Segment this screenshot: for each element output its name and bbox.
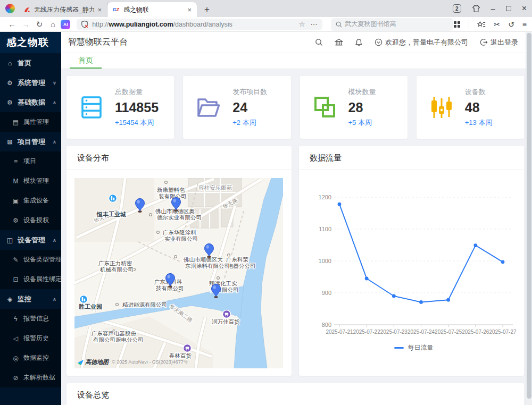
sidebar-item-14[interactable]: ϟ报警信息 <box>0 309 61 328</box>
minimize-button[interactable]: – <box>491 5 495 12</box>
sidebar-item-17[interactable]: ⊘未解析数据 <box>0 368 61 387</box>
browser-logo-icon[interactable] <box>5 4 15 13</box>
tag-icon: ◈ <box>6 296 14 303</box>
browser-tab-1[interactable]: 无线压力传感器_静力水准仪 × <box>18 2 107 17</box>
shield-insecure-icon[interactable] <box>81 20 88 28</box>
welcome-text: 欢迎您，普量电子有限公司 <box>385 38 468 47</box>
bell-icon[interactable] <box>355 38 363 47</box>
scissors-icon[interactable]: ✂ <box>494 20 500 29</box>
list-icon: ≡ <box>12 158 20 165</box>
svg-text:2025-07-21: 2025-07-21 <box>326 329 353 335</box>
chevron-up-icon: ∧ <box>53 139 56 145</box>
close-window-button[interactable]: × <box>522 4 527 13</box>
address-bar[interactable]: http://www.puliangiot.com/dashboard/anal… <box>77 19 322 30</box>
sidebar-item-label: 模块管理 <box>23 176 49 185</box>
stat-delta: +13 本周 <box>465 118 493 128</box>
sidebar-item-6[interactable]: ≡项目 <box>0 151 61 171</box>
tab-close-icon[interactable]: × <box>186 6 193 14</box>
legend-line-icon <box>394 347 404 349</box>
search-placeholder: 武大夏秋图书馆高 <box>345 20 396 29</box>
user-menu[interactable]: 欢迎您，普量电子有限公司 <box>375 38 468 47</box>
amap-logo[interactable]: 高德地图 <box>77 358 109 366</box>
bookmark-star-icon[interactable]: ☆ <box>299 20 305 28</box>
gear-icon: ⚙ <box>6 99 14 106</box>
sidebar: 感之物联 ⌂首页⚙系统管理∨⚙基础数据∧▤属性管理⊞项目管理∧≡项目M模块管理▣… <box>0 32 61 405</box>
sidebar-item-label: 报警信息 <box>23 314 49 323</box>
bank-icon[interactable] <box>335 38 343 46</box>
tab1-favicon <box>22 5 31 14</box>
favorites-icon[interactable] <box>477 21 486 28</box>
sidebar-item-16[interactable]: ◎数据监控 <box>0 348 61 368</box>
sidebar-item-label: 报警历史 <box>23 334 49 343</box>
stat-card-modules: 模块数量 28 +5 本周 <box>300 76 408 139</box>
stat-card-total-data: 总数据量 114855 +15454 本周 <box>66 76 174 139</box>
svg-text:德尔实业有限公司: 德尔实业有限公司 <box>157 214 202 221</box>
apps-grid-icon[interactable] <box>453 21 461 28</box>
address-more-icon[interactable]: ⋯ <box>311 20 318 28</box>
panel-title: 数据流量 <box>299 146 524 170</box>
forward-button[interactable]: → <box>19 20 33 29</box>
undo-icon[interactable]: ↺ <box>508 20 514 29</box>
svg-text:佛山市顺德区大: 佛山市顺德区大 <box>183 256 223 263</box>
sidebar-item-label: 首页 <box>18 58 31 68</box>
logout-button[interactable]: 退出登录 <box>480 38 518 47</box>
legend-item-daily-flow[interactable]: 每日流量 <box>303 343 524 352</box>
theme-shirt-icon[interactable] <box>472 5 480 13</box>
sidebar-item-12[interactable]: ⊡设备属性绑定 <box>0 269 61 289</box>
svg-text:1200: 1200 <box>319 194 331 200</box>
browser-menu-icon[interactable]: ≡ <box>522 20 527 29</box>
svg-text:广东科荣: 广东科荣 <box>226 256 248 263</box>
device-map[interactable]: 华天北三路华天路华天南二路新康塑料包装有限公司恒丰工业城佛山市顺德区奥德尔实业有… <box>74 178 283 368</box>
folder-open-icon <box>196 96 221 119</box>
check-icon: ◎ <box>12 355 20 362</box>
sidebar-item-11[interactable]: ✎设备类型管理 <box>0 250 61 269</box>
home-button[interactable]: ⌂ <box>46 20 60 29</box>
ai-assistant-button[interactable]: AI <box>61 20 70 29</box>
svg-text:新康塑料包: 新康塑料包 <box>157 187 185 193</box>
sidebar-item-5[interactable]: ⊞项目管理∧ <box>0 132 61 151</box>
sidebar-item-13[interactable]: ◈监控∧ <box>0 289 61 309</box>
scrollbar-thumb[interactable] <box>527 33 531 399</box>
chevron-up-icon: ∧ <box>53 100 56 105</box>
app-logo[interactable]: 感之物联 <box>0 32 61 53</box>
device-distribution-panel: 设备分布 <box>66 146 292 376</box>
svg-text:1000: 1000 <box>319 258 331 264</box>
panel-title: 设备分布 <box>66 146 292 170</box>
maximize-button[interactable] <box>506 6 511 11</box>
new-tab-button[interactable]: + <box>200 3 214 16</box>
sidebar-item-9[interactable]: ⚙设备授权 <box>0 210 61 230</box>
sidebar-item-7[interactable]: M模块管理 <box>0 171 61 191</box>
sidebar-item-15[interactable]: ◁报警历史 <box>0 328 61 348</box>
browser-tab-2-active[interactable]: GZ 感之物联 × <box>107 2 197 17</box>
gear-icon: ⚙ <box>6 79 14 87</box>
stat-value: 24 <box>232 100 267 115</box>
page-title: 智慧物联云平台 <box>61 37 128 48</box>
sidebar-item-2[interactable]: ⚙系统管理∨ <box>0 73 61 92</box>
svg-text:精进能源有限公司: 精进能源有限公司 <box>122 301 167 308</box>
sidebar-item-label: 集成设备 <box>23 196 49 205</box>
database-icon <box>80 96 103 119</box>
sidebar-item-8[interactable]: ▣集成设备 <box>0 191 61 210</box>
data-flow-chart: 8009001000110012002025-07-212025-07-2220… <box>299 170 524 352</box>
sidebar-item-4[interactable]: ▤属性管理 <box>0 112 61 132</box>
search-icon[interactable] <box>315 38 323 46</box>
panel-title: 设备总览 <box>66 383 524 405</box>
tab-count-badge[interactable]: 2 <box>453 4 461 13</box>
stat-delta: +5 本周 <box>348 118 376 128</box>
tab-close-icon[interactable]: × <box>96 6 103 14</box>
reload-button[interactable]: ↻ <box>32 20 46 29</box>
stat-label: 总数据量 <box>115 87 159 97</box>
sidebar-item-1[interactable]: ⌂首页 <box>0 53 61 73</box>
grid-icon: ⊞ <box>6 138 14 146</box>
tab-title: 无线压力传感器_静力水准仪 <box>34 5 94 14</box>
tab-home[interactable]: 首页 <box>70 53 102 69</box>
svg-text:2025-07-24: 2025-07-24 <box>408 329 435 335</box>
back-button[interactable]: ← <box>5 20 19 29</box>
page-scrollbar[interactable] <box>526 32 532 405</box>
browser-search-box[interactable]: 武大夏秋图书馆高 <box>331 18 454 31</box>
sidebar-item-10[interactable]: ◫设备管理∧ <box>0 230 61 250</box>
sidebar-item-3[interactable]: ⚙基础数据∧ <box>0 92 61 112</box>
dashboard-content: 总数据量 114855 +15454 本周 发布项目数 24 +2 本周 <box>61 69 532 405</box>
tab2-favicon: GZ <box>112 5 120 14</box>
svg-text:实业有限公司: 实业有限公司 <box>164 235 198 242</box>
